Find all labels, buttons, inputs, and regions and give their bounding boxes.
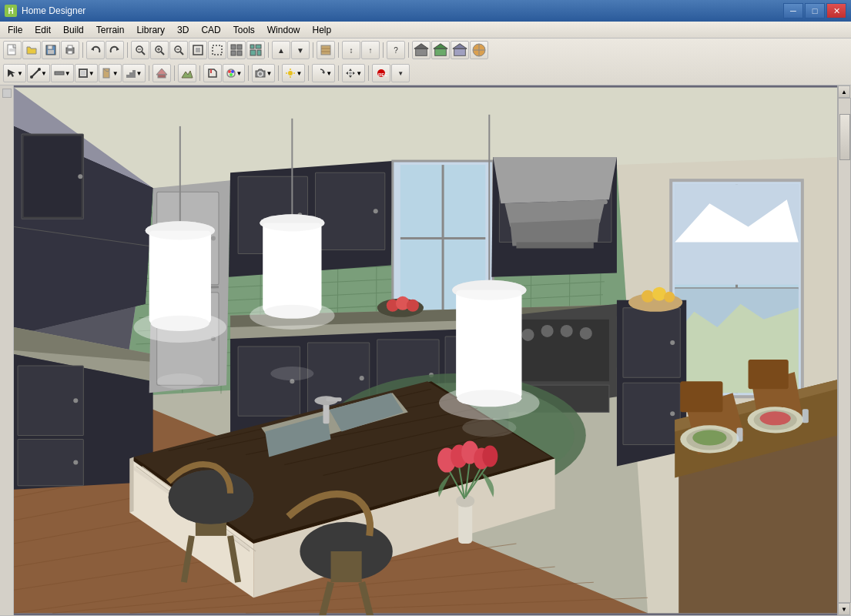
open-button[interactable] [22, 41, 41, 59]
texture-button[interactable] [317, 41, 335, 59]
move-tool-dropdown[interactable]: ▼ [342, 64, 365, 82]
svg-rect-4 [48, 45, 52, 49]
up-toolbar[interactable]: ▲ [272, 41, 290, 59]
menu-window[interactable]: Window [261, 22, 307, 38]
menu-bar: File Edit Build Terrain Library 3D CAD T… [0, 22, 851, 38]
svg-rect-29 [256, 45, 261, 49]
menu-file[interactable]: File [2, 22, 28, 38]
svg-point-59 [231, 70, 234, 73]
new-button[interactable] [3, 41, 22, 59]
toolbar-separator-6 [383, 42, 384, 58]
svg-point-60 [230, 73, 233, 76]
measure-tool[interactable]: ↕ [342, 41, 360, 59]
record-button[interactable]: REC [372, 64, 390, 82]
svg-rect-28 [250, 45, 254, 49]
svg-rect-267 [737, 427, 743, 441]
svg-point-234 [439, 386, 539, 420]
plan-view[interactable] [412, 41, 431, 59]
svg-point-271 [157, 373, 203, 389]
undo-button[interactable] [86, 41, 105, 59]
door-tool-dropdown[interactable]: ▼ [99, 64, 122, 82]
fit-window[interactable] [189, 41, 207, 59]
svg-rect-25 [237, 45, 242, 49]
zoom-box[interactable] [208, 41, 226, 59]
svg-point-191 [670, 411, 675, 416]
extra-view[interactable] [470, 41, 488, 59]
camera-tool-dropdown[interactable]: ▼ [252, 64, 275, 82]
scroll-thumb-right[interactable] [839, 114, 850, 160]
svg-rect-241 [331, 551, 362, 582]
stair-tool-dropdown[interactable]: ▼ [122, 64, 146, 82]
select-tool-dropdown[interactable]: ▼ [3, 64, 26, 82]
svg-point-228 [250, 302, 334, 330]
camera-view[interactable] [451, 41, 469, 59]
left-panel-control[interactable] [2, 89, 12, 98]
scroll-track-right[interactable] [838, 98, 851, 603]
redo-button[interactable] [106, 41, 124, 59]
save-button[interactable] [42, 41, 60, 59]
svg-rect-26 [231, 51, 236, 55]
main-area: ▲ ▼ [0, 85, 851, 615]
svg-point-269 [692, 430, 726, 445]
down-toolbar[interactable]: ▼ [291, 41, 310, 59]
svg-point-221 [146, 221, 215, 239]
toolbar-separator-5 [338, 42, 339, 58]
svg-point-182 [360, 376, 364, 380]
svg-text:REC: REC [378, 72, 387, 77]
svg-rect-54 [132, 70, 136, 78]
scroll-up-button[interactable]: ▲ [838, 85, 850, 98]
toolbar2-separator-2 [174, 65, 175, 81]
svg-rect-27 [237, 51, 242, 55]
app-icon: H [5, 5, 17, 17]
svg-point-194 [652, 287, 666, 301]
svg-rect-30 [250, 50, 256, 55]
zoom-out-button[interactable] [169, 41, 188, 59]
menu-tools[interactable]: Tools [227, 22, 261, 38]
record-dropdown[interactable]: ▼ [391, 64, 410, 82]
svg-marker-36 [414, 44, 428, 49]
menu-terrain[interactable]: Terrain [90, 22, 131, 38]
kitchen-scene [14, 85, 837, 615]
view-all[interactable] [227, 41, 246, 59]
svg-rect-7 [68, 45, 72, 49]
side-panel-left [0, 85, 14, 615]
arrange[interactable] [246, 41, 265, 59]
toolbar2-separator-6 [308, 65, 309, 81]
menu-edit[interactable]: Edit [28, 22, 57, 38]
svg-point-189 [670, 340, 675, 345]
scroll-down-button[interactable]: ▼ [838, 603, 850, 615]
color-tool-dropdown[interactable]: ▼ [223, 64, 246, 82]
menu-cad[interactable]: CAD [195, 22, 226, 38]
help-button[interactable]: ? [387, 41, 405, 59]
print-button[interactable] [61, 41, 79, 59]
menu-help[interactable]: Help [306, 22, 337, 38]
room-tool-dropdown[interactable]: ▼ [75, 64, 98, 82]
3d-view[interactable] [431, 41, 450, 59]
roof-tool[interactable] [152, 64, 171, 82]
wall-tool-dropdown[interactable]: ▼ [51, 64, 74, 82]
svg-marker-38 [434, 44, 447, 49]
up-arrow-tool[interactable]: ↑ [361, 41, 380, 59]
minimize-button[interactable]: ─ [783, 3, 803, 18]
terrain-tool[interactable] [178, 64, 196, 82]
zoom-realsize[interactable] [131, 41, 149, 59]
svg-rect-37 [435, 49, 447, 55]
sun-tool-dropdown[interactable]: ▼ [282, 64, 305, 82]
svg-marker-44 [8, 69, 15, 77]
paint-bucket[interactable] [203, 64, 222, 82]
svg-line-45 [32, 69, 39, 77]
close-button[interactable]: ✕ [826, 3, 846, 18]
menu-library[interactable]: Library [130, 22, 171, 38]
menu-3d[interactable]: 3D [171, 22, 195, 38]
toolbar-separator-7 [408, 42, 409, 58]
zoom-in-button[interactable] [150, 41, 169, 59]
svg-point-195 [664, 292, 675, 303]
menu-build[interactable]: Build [57, 22, 90, 38]
svg-rect-225 [263, 223, 321, 311]
svg-point-46 [30, 75, 33, 79]
svg-point-270 [760, 411, 791, 425]
maximize-button[interactable]: □ [805, 3, 825, 18]
rotate-tool-dropdown[interactable]: ▼ [312, 64, 335, 82]
draw-line-dropdown[interactable]: ▼ [27, 64, 50, 82]
svg-point-132 [78, 174, 82, 179]
